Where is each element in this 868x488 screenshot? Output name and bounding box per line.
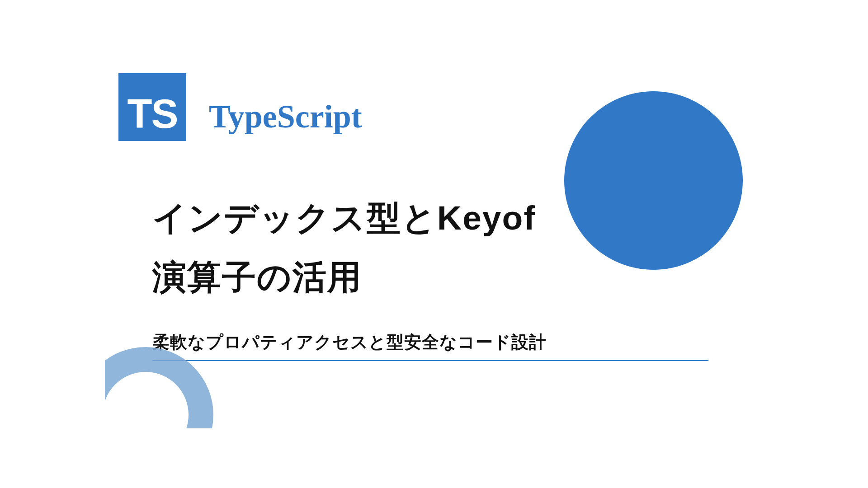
slide-title: インデックス型とKeyof 演算子の活用: [152, 188, 536, 307]
title-line-1: インデックス型とKeyof: [152, 188, 536, 248]
slide-container: TS TypeScript インデックス型とKeyof 演算子の活用 柔軟なプロ…: [105, 60, 763, 428]
decorative-circle-icon: [564, 91, 743, 270]
title-line-2: 演算子の活用: [152, 248, 536, 307]
brand-label: TypeScript: [209, 98, 362, 136]
typescript-logo-icon: TS: [118, 73, 186, 141]
subtitle-underline: [152, 360, 708, 361]
slide-subtitle: 柔軟なプロパティアクセスと型安全なコード設計: [152, 331, 547, 354]
logo-text: TS: [127, 91, 177, 137]
decorative-ring-icon: [105, 347, 213, 428]
